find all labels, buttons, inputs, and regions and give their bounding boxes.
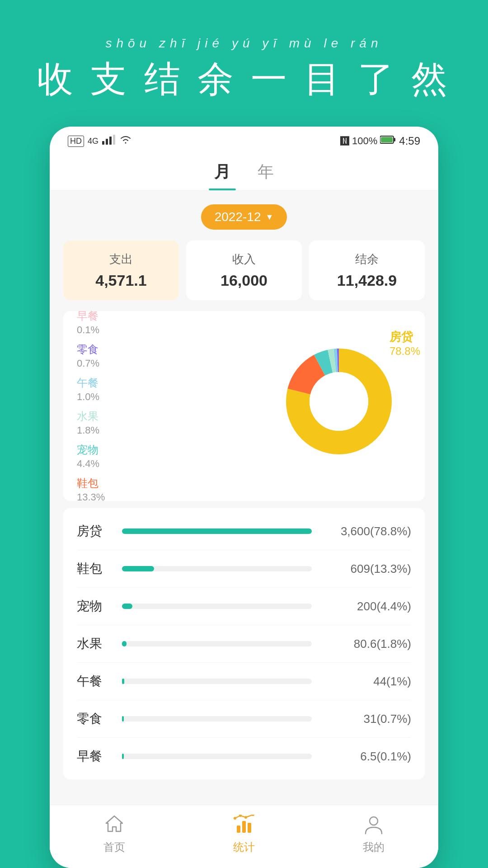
date-selector-wrap: 2022-12 ▼ xyxy=(63,204,425,230)
legend-item-lunch: 午餐 1.0% xyxy=(77,376,154,403)
main-title: 收 支 结 余 一 目 了 然 xyxy=(18,55,470,104)
legend-item-fruit: 水果 1.8% xyxy=(77,409,154,436)
svg-rect-16 xyxy=(242,821,246,833)
legend-pct-pet: 4.4% xyxy=(77,458,154,470)
donut-chart xyxy=(280,343,407,469)
bar-track xyxy=(122,566,312,571)
svg-point-18 xyxy=(234,817,236,820)
svg-point-21 xyxy=(252,815,254,816)
legend-label-snack: 零食 xyxy=(77,342,154,357)
summary-cards: 支出 4,571.1 收入 16,000 结余 11,428.9 xyxy=(63,241,425,300)
bar-item: 宠物200(4.4%) xyxy=(77,588,411,625)
legend-item-bag: 鞋包 13.3% xyxy=(77,476,154,503)
wifi-icon xyxy=(119,135,132,147)
stats-icon xyxy=(233,815,255,836)
svg-rect-17 xyxy=(248,823,251,833)
bar-item-value: 200(4.4%) xyxy=(321,599,411,613)
chart-label-mortgage: 房贷 78.8% xyxy=(389,329,425,358)
bar-track xyxy=(122,528,312,534)
nav-mine[interactable]: 我的 xyxy=(363,815,385,854)
pinyin-text: shōu zhī jié yú yī mù le rán xyxy=(18,36,470,51)
date-selector[interactable]: 2022-12 ▼ xyxy=(201,204,287,230)
chart-legend: 早餐 0.1% 零食 0.7% 午餐 1.0% 水果 1.8% 宠物 4.4 xyxy=(72,309,154,503)
bar-fill xyxy=(122,641,127,646)
legend-pct-breakfast: 0.1% xyxy=(77,324,154,336)
chevron-down-icon: ▼ xyxy=(265,212,273,222)
income-value: 16,000 xyxy=(195,272,293,289)
bar-item-value: 44(1%) xyxy=(321,675,411,689)
signal-bars xyxy=(102,135,116,147)
svg-rect-5 xyxy=(394,138,395,142)
bar-item: 鞋包609(13.3%) xyxy=(77,550,411,588)
svg-point-14 xyxy=(310,372,368,431)
legend-pct-bag: 13.3% xyxy=(77,491,154,503)
nav-stats[interactable]: 统计 xyxy=(233,815,255,854)
hd-badge: HD xyxy=(68,136,84,147)
bar-item-name: 零食 xyxy=(77,710,113,727)
bar-item-value: 31(0.7%) xyxy=(321,712,411,726)
main-content: 2022-12 ▼ 支出 4,571.1 收入 16,000 结余 11,428… xyxy=(50,191,438,805)
svg-rect-15 xyxy=(237,826,240,833)
bar-track xyxy=(122,754,312,759)
balance-label: 结余 xyxy=(318,251,416,267)
bar-item-value: 609(13.3%) xyxy=(321,562,411,576)
signal-4g: 4G xyxy=(88,137,99,146)
expense-card: 支出 4,571.1 xyxy=(63,241,179,300)
balance-value: 11,428.9 xyxy=(318,272,416,289)
svg-point-22 xyxy=(370,817,378,825)
bar-item-name: 宠物 xyxy=(77,598,113,615)
bar-item-name: 房贷 xyxy=(77,523,113,540)
bar-track xyxy=(122,641,312,646)
legend-pct-lunch: 1.0% xyxy=(77,391,154,403)
balance-card: 结余 11,428.9 xyxy=(309,241,425,300)
legend-label-lunch: 午餐 xyxy=(77,376,154,390)
nav-home-label: 首页 xyxy=(103,840,125,854)
expense-label: 支出 xyxy=(72,251,170,267)
bar-track xyxy=(122,716,312,722)
income-label: 收入 xyxy=(195,251,293,267)
legend-label-fruit: 水果 xyxy=(77,409,154,424)
income-card: 收入 16,000 xyxy=(186,241,302,300)
bar-track xyxy=(122,679,312,684)
tab-year[interactable]: 年 xyxy=(258,161,274,190)
legend-label-breakfast: 早餐 xyxy=(77,309,154,323)
legend-pct-snack: 0.7% xyxy=(77,358,154,369)
expense-value: 4,571.1 xyxy=(72,272,170,289)
bar-item-value: 3,600(78.8%) xyxy=(321,524,411,538)
bar-item: 早餐6.5(0.1%) xyxy=(77,738,411,775)
time: 4:59 xyxy=(399,135,420,147)
bar-fill xyxy=(122,754,124,759)
legend-item-snack: 零食 0.7% xyxy=(77,342,154,369)
bar-list: 房贷3,600(78.8%)鞋包609(13.3%)宠物200(4.4%)水果8… xyxy=(63,508,425,779)
bar-fill xyxy=(122,566,154,571)
bar-item-name: 鞋包 xyxy=(77,560,113,577)
status-bar: HD 4G 🅽 100% xyxy=(50,127,438,152)
bar-item: 水果80.6(1.8%) xyxy=(77,625,411,663)
user-icon xyxy=(364,815,384,836)
bar-item-name: 水果 xyxy=(77,635,113,652)
date-value: 2022-12 xyxy=(215,210,261,224)
bar-item-value: 6.5(0.1%) xyxy=(321,750,411,764)
legend-item-breakfast: 早餐 0.1% xyxy=(77,309,154,336)
nav-mine-label: 我的 xyxy=(363,840,385,854)
bar-fill xyxy=(122,604,132,609)
bar-fill xyxy=(122,528,312,534)
header: shōu zhī jié yú yī mù le rán 收 支 结 余 一 目… xyxy=(0,0,488,127)
svg-rect-1 xyxy=(106,139,108,145)
nfc-icon: 🅽 xyxy=(340,136,349,146)
svg-point-20 xyxy=(244,816,247,819)
svg-rect-3 xyxy=(113,135,115,145)
legend-pct-fruit: 1.8% xyxy=(77,425,154,436)
tabs-container: 月 年 xyxy=(50,152,438,191)
status-left: HD 4G xyxy=(68,135,132,147)
bar-item: 午餐44(1%) xyxy=(77,663,411,700)
nav-stats-label: 统计 xyxy=(233,840,255,854)
nav-home[interactable]: 首页 xyxy=(103,814,125,854)
battery-pct: 100% xyxy=(352,135,377,147)
battery-icon xyxy=(380,135,396,147)
bar-track xyxy=(122,604,312,609)
bar-fill xyxy=(122,679,124,684)
tab-month[interactable]: 月 xyxy=(214,161,230,190)
legend-item-pet: 宠物 4.4% xyxy=(77,443,154,470)
bar-fill xyxy=(122,716,124,722)
